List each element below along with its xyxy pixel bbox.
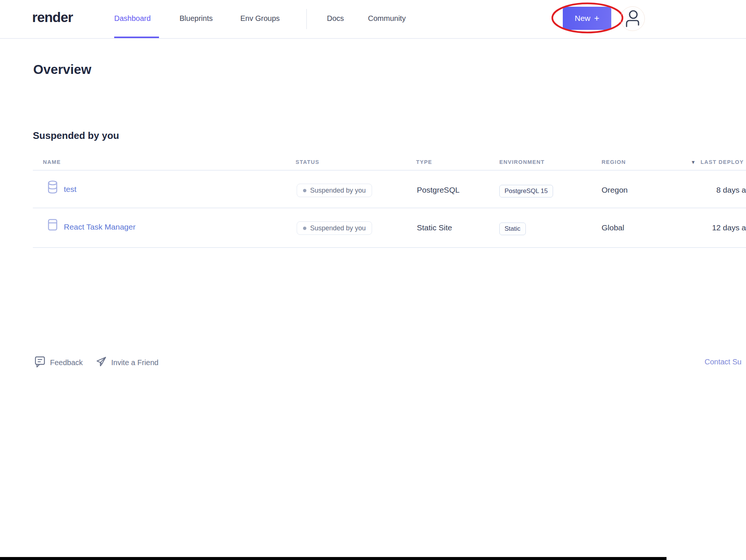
table-row[interactable]: React Task Manager Suspended by you Stat… bbox=[33, 208, 746, 246]
column-header-region[interactable]: REGION bbox=[602, 159, 626, 165]
invite-friend-label: Invite a Friend bbox=[111, 358, 159, 367]
active-tab-underline bbox=[114, 37, 159, 38]
nav-item-community[interactable]: Community bbox=[368, 14, 406, 23]
user-avatar-icon[interactable] bbox=[625, 9, 640, 29]
environment-badge: Static bbox=[499, 223, 526, 235]
status-dot bbox=[303, 227, 306, 230]
window-edge-bar bbox=[0, 557, 667, 560]
service-name-link[interactable]: React Task Manager bbox=[64, 223, 135, 231]
status-badge: Suspended by you bbox=[297, 221, 372, 235]
nav-divider bbox=[306, 9, 307, 29]
feedback-label: Feedback bbox=[50, 358, 83, 367]
page-title: Overview bbox=[33, 62, 91, 77]
contact-support-link[interactable]: Contact Su bbox=[705, 358, 742, 366]
environment-label: PostgreSQL 15 bbox=[505, 187, 548, 195]
static-site-icon bbox=[47, 218, 58, 233]
environment-badge: PostgreSQL 15 bbox=[499, 185, 553, 197]
status-badge: Suspended by you bbox=[297, 184, 372, 197]
column-header-status[interactable]: STATUS bbox=[296, 159, 319, 165]
table-row[interactable]: test Suspended by you PostgreSQL Postgre… bbox=[33, 171, 746, 208]
service-name-link[interactable]: test bbox=[64, 185, 77, 194]
environment-label: Static bbox=[505, 225, 521, 233]
nav-item-dashboard[interactable]: Dashboard bbox=[114, 14, 151, 23]
last-deploy-cell: 12 days a bbox=[712, 223, 746, 232]
feedback-link[interactable]: Feedback bbox=[34, 356, 83, 370]
status-dot bbox=[303, 189, 306, 192]
sort-descending-icon: ▼ bbox=[691, 159, 696, 165]
region-cell: Global bbox=[602, 223, 624, 232]
database-icon bbox=[47, 180, 58, 195]
status-label: Suspended by you bbox=[310, 224, 366, 232]
plus-icon: + bbox=[594, 13, 599, 24]
column-header-environment[interactable]: ENVIRONMENT bbox=[499, 159, 544, 165]
column-header-type[interactable]: TYPE bbox=[416, 159, 432, 165]
column-header-last-deploy[interactable]: ▼ LAST DEPLOY bbox=[691, 159, 744, 165]
top-navigation-bar: render Dashboard Blueprints Env Groups D… bbox=[0, 0, 746, 39]
new-button-label: New bbox=[575, 14, 590, 23]
paper-plane-icon bbox=[96, 356, 107, 370]
render-dashboard-screen: render Dashboard Blueprints Env Groups D… bbox=[0, 0, 746, 560]
nav-item-blueprints[interactable]: Blueprints bbox=[180, 14, 213, 23]
type-cell: PostgreSQL bbox=[417, 186, 459, 195]
section-title: Suspended by you bbox=[33, 130, 119, 141]
column-header-last-deploy-label: LAST DEPLOY bbox=[700, 159, 744, 165]
nav-item-env-groups[interactable]: Env Groups bbox=[240, 14, 280, 23]
nav-item-docs[interactable]: Docs bbox=[327, 14, 344, 23]
region-cell: Oregon bbox=[602, 186, 628, 195]
column-header-name[interactable]: NAME bbox=[43, 159, 61, 165]
type-cell: Static Site bbox=[417, 223, 452, 232]
last-deploy-cell: 8 days a bbox=[717, 186, 746, 195]
render-logo[interactable]: render bbox=[32, 10, 73, 25]
table-bottom-divider bbox=[33, 247, 746, 248]
invite-friend-link[interactable]: Invite a Friend bbox=[96, 356, 159, 370]
status-label: Suspended by you bbox=[310, 187, 366, 195]
new-button[interactable]: New + bbox=[563, 7, 611, 30]
feedback-icon bbox=[34, 356, 46, 370]
